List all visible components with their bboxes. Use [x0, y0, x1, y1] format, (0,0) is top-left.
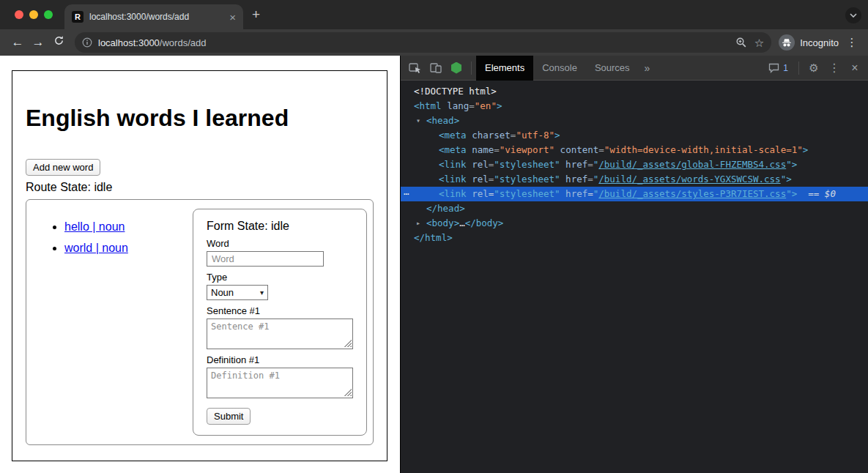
word-link[interactable]: hello | noun [64, 220, 125, 233]
browser-toolbar: ← → localhost:3000/words/add ☆ Incognito… [0, 29, 868, 56]
resize-grip-icon[interactable] [344, 389, 352, 396]
definition-textarea[interactable] [207, 368, 353, 398]
word-link[interactable]: world | noun [64, 242, 128, 254]
dom-token: rel [467, 188, 489, 199]
word-field-label: Word [207, 238, 353, 249]
word-input[interactable] [207, 251, 324, 267]
collapse-arrow-icon[interactable]: ▾ [416, 113, 420, 128]
dom-tree-line[interactable]: ▾<head> [401, 113, 868, 128]
dom-token: > [786, 174, 792, 185]
magnifier-zoom-icon [735, 37, 747, 48]
word-list-item: hello | noun [64, 220, 128, 234]
sentence-textarea[interactable] [207, 319, 353, 349]
tab-close-icon[interactable]: × [229, 11, 236, 23]
dom-token: rel [467, 174, 489, 185]
toolbar-divider [798, 62, 799, 75]
type-select[interactable]: Noun ▾ [207, 285, 268, 300]
sentence-textarea-wrap [207, 319, 353, 349]
dom-tree-line[interactable]: ▸<body>…</body> [401, 216, 868, 231]
dom-tree-line[interactable]: <html lang="en"> [401, 99, 868, 113]
reload-icon [53, 35, 64, 46]
dom-tree-line[interactable]: …<link rel="stylesheet" href="/build/_as… [401, 187, 868, 201]
message-count-badge: 1 [783, 63, 788, 73]
incognito-profile-chip[interactable]: Incognito [779, 34, 839, 51]
dom-token: "stylesheet" [494, 188, 560, 199]
new-tab-button[interactable]: + [252, 7, 260, 22]
dom-token: > [554, 130, 560, 141]
window-close-button[interactable] [15, 10, 23, 19]
expand-arrow-icon[interactable]: ▸ [416, 216, 420, 231]
browser-tab[interactable]: R localhost:3000/words/add × [64, 4, 243, 29]
tab-strip: R localhost:3000/words/add × + [0, 0, 868, 29]
dom-token: </html> [414, 232, 453, 243]
dom-token: > [803, 144, 809, 155]
dom-token: " [786, 159, 792, 170]
back-button[interactable]: ← [7, 35, 28, 50]
console-messages-button[interactable]: 1 [763, 63, 794, 73]
dom-tree-line[interactable]: <link rel="stylesheet" href="/build/_ass… [401, 157, 868, 172]
submit-button[interactable]: Submit [207, 408, 251, 425]
site-info-button[interactable] [82, 37, 92, 48]
tab-search-button[interactable] [845, 7, 861, 23]
browser-menu-icon[interactable]: ⋮ [843, 36, 861, 49]
extension-hexagon-icon[interactable] [446, 56, 467, 81]
dom-token: <!DOCTYPE html> [414, 86, 497, 97]
url-text[interactable]: localhost:3000/words/add [98, 37, 730, 48]
chevron-down-icon [850, 13, 857, 18]
settings-gear-icon[interactable]: ⚙ [804, 56, 824, 81]
type-field-label: Type [207, 272, 353, 283]
dom-line-menu-icon[interactable]: … [404, 185, 409, 199]
dom-token: href [560, 174, 588, 185]
dom-token: href [560, 159, 588, 170]
dom-token: </head> [426, 203, 465, 214]
inspect-element-icon[interactable] [405, 56, 426, 81]
address-bar[interactable]: localhost:3000/words/add ☆ [75, 32, 771, 53]
route-state-text: Route State: idle [26, 181, 374, 194]
dom-token: charset [467, 130, 511, 141]
devtools-menu-icon[interactable]: ⋮ [824, 56, 845, 81]
dom-token: </body> [465, 217, 504, 228]
device-toolbar-icon[interactable] [426, 56, 446, 81]
window-fullscreen-button[interactable] [44, 10, 53, 19]
definition-textarea-wrap [207, 368, 353, 398]
add-new-word-button[interactable]: Add new word [26, 159, 100, 176]
dom-token: lang [442, 100, 470, 111]
dom-token: … [459, 217, 465, 228]
tab-elements[interactable]: Elements [476, 56, 533, 81]
forward-button[interactable]: → [28, 35, 48, 50]
dom-token: /build/_assets/styles-P3R7IEST.css [598, 188, 786, 199]
dom-tree-line[interactable]: <!DOCTYPE html> [401, 84, 868, 99]
dom-tree-line[interactable]: <meta name="viewport" content="width=dev… [401, 143, 868, 157]
window-controls [15, 10, 53, 19]
dom-token: "width=device-width,initial-scale=1" [604, 144, 803, 155]
tab-sources[interactable]: Sources [586, 56, 639, 81]
devtools-toolbar: Elements Console Sources » 1 ⚙ ⋮ × [401, 56, 868, 81]
dom-token: "utf-8" [516, 130, 554, 141]
bookmark-star-icon[interactable]: ☆ [754, 37, 764, 48]
dom-token: <meta [439, 144, 467, 155]
dom-token: href [560, 188, 588, 199]
dom-token: " [786, 188, 792, 199]
window-minimize-button[interactable] [29, 10, 38, 19]
zoom-button[interactable] [735, 37, 747, 48]
resize-grip-icon[interactable] [344, 340, 352, 347]
url-path: /words/add [160, 37, 207, 48]
dom-tree-line[interactable]: </head> [401, 201, 868, 216]
tab-console[interactable]: Console [533, 56, 586, 81]
devtools-close-icon[interactable]: × [845, 56, 865, 81]
app-container: English words I learned Add new word Rou… [12, 70, 387, 461]
more-tabs-icon[interactable]: » [639, 62, 656, 74]
dom-token: content [554, 144, 598, 155]
dom-tree-line[interactable]: <link rel="stylesheet" href="/build/_ass… [401, 172, 868, 187]
select-chevron-icon: ▾ [260, 288, 264, 297]
dom-token: <meta [439, 130, 467, 141]
devtools-panel: Elements Console Sources » 1 ⚙ ⋮ × <!DOC… [400, 56, 868, 473]
dom-tree-line[interactable]: <meta charset="utf-8"> [401, 128, 868, 143]
reload-button[interactable] [48, 35, 69, 50]
dom-token: <html [414, 100, 442, 111]
dom-tree-line[interactable]: </html> [401, 231, 868, 245]
tab-title: localhost:3000/words/add [89, 12, 225, 22]
info-icon [82, 37, 92, 48]
word-list-item: world | noun [64, 242, 128, 255]
dom-token: "en" [475, 100, 497, 111]
